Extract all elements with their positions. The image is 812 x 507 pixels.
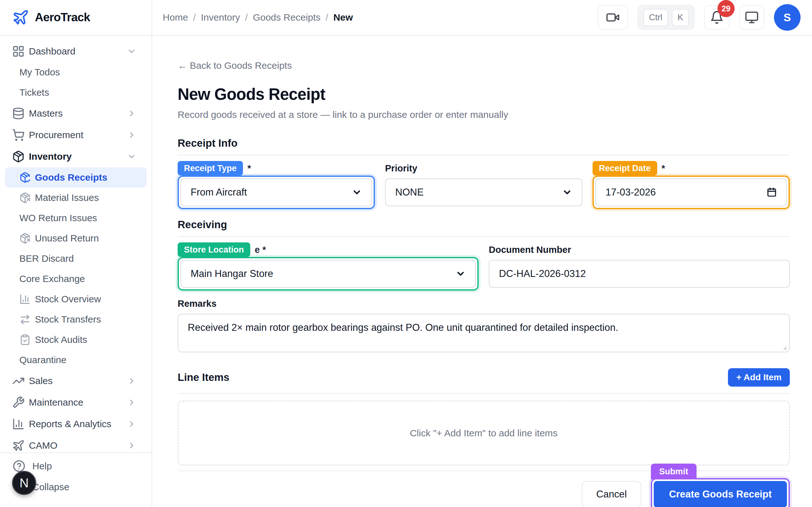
sidebar-item-label: My Todos — [19, 67, 60, 78]
sidebar-item-label: Core Exchange — [19, 274, 85, 284]
divider — [177, 155, 790, 155]
receipt-type-select[interactable]: From Aircraft — [181, 178, 372, 206]
chevron-right-icon — [127, 109, 136, 118]
chevron-down-icon — [127, 47, 136, 56]
transfer-icon — [19, 314, 31, 325]
chevron-right-icon — [127, 441, 136, 450]
receipt-type-highlight-ring: From Aircraft — [177, 176, 375, 209]
sidebar-nav: DashboardMy TodosTicketsMastersProcureme… — [0, 36, 152, 452]
sidebar-item-ber-discard[interactable]: BER Discard — [5, 248, 147, 269]
resize-grip-icon[interactable] — [779, 342, 787, 350]
store-location-select[interactable]: Main Hangar Store — [181, 260, 476, 288]
back-link[interactable]: ← Back to Goods Receipts — [177, 60, 292, 71]
page-title: New Goods Receipt — [177, 85, 790, 104]
line-items-empty-panel: Click "+ Add Item" to add line items — [177, 400, 790, 465]
sidebar-item-stock-transfers[interactable]: Stock Transfers — [5, 309, 147, 330]
sidebar-item-tickets[interactable]: Tickets — [5, 82, 147, 103]
receipt-date-value: 17-03-2026 — [606, 187, 767, 198]
sidebar-item-reports-analytics[interactable]: Reports & Analytics — [5, 413, 147, 435]
dev-tools-badge[interactable]: N — [12, 471, 36, 495]
line-items-empty-text: Click "+ Add Item" to add line items — [410, 428, 558, 439]
sidebar-item-unused-return[interactable]: Unused Return — [5, 228, 147, 248]
sidebar-item-camo[interactable]: CAMO — [5, 435, 147, 452]
create-goods-receipt-button[interactable]: Create Goods Receipt — [654, 481, 787, 507]
sidebar-item-label: Reports & Analytics — [29, 418, 111, 429]
breadcrumb-goods-receipts[interactable]: Goods Receipts — [253, 12, 320, 23]
package-check-icon — [19, 172, 31, 183]
calendar-icon[interactable] — [767, 187, 777, 198]
field-priority: Priority NONE — [385, 161, 582, 209]
sidebar-item-label: Inventory — [29, 151, 72, 162]
sidebar-item-stock-overview[interactable]: Stock Overview — [5, 289, 147, 309]
chevron-right-icon — [127, 130, 136, 140]
divider — [177, 393, 790, 394]
document-number-value: DC-HAL-2026-0312 — [499, 268, 780, 279]
notification-count-badge: 29 — [717, 0, 734, 17]
page-subtitle: Record goods received at a store — link … — [177, 109, 790, 120]
priority-select[interactable]: NONE — [385, 178, 582, 206]
cart-icon — [12, 129, 25, 141]
help-label: Help — [32, 461, 52, 471]
section-line-items: Line Items — [177, 372, 229, 383]
breadcrumb-current: New — [334, 12, 353, 23]
sidebar-item-label: Sales — [29, 376, 53, 386]
form-footer: Cancel Submit Create Goods Receipt — [177, 470, 790, 507]
user-avatar[interactable]: S — [774, 4, 801, 31]
chevron-down-icon — [127, 152, 136, 161]
topbar: AeroTrack Home / Inventory / Goods Recei… — [0, 0, 812, 36]
priority-value: NONE — [395, 187, 562, 198]
k-keycap: K — [672, 9, 689, 26]
submit-highlight-badge: Submit — [651, 464, 697, 480]
receipt-type-highlight-badge: Receipt Type — [177, 161, 243, 176]
grid-icon — [12, 45, 25, 58]
ctrl-keycap: Ctrl — [643, 9, 668, 26]
sidebar-item-my-todos[interactable]: My Todos — [5, 62, 147, 82]
sidebar-item-label: Material Issues — [35, 192, 99, 203]
sidebar-item-material-issues[interactable]: Material Issues — [5, 187, 147, 208]
sidebar-item-maintenance[interactable]: Maintenance — [5, 392, 147, 413]
chevron-right-icon — [127, 398, 136, 407]
breadcrumb-home[interactable]: Home — [163, 12, 188, 23]
sidebar-item-dashboard[interactable]: Dashboard — [5, 41, 147, 62]
priority-label: Priority — [385, 163, 417, 174]
plane-logo-icon — [12, 9, 29, 26]
document-number-input[interactable]: DC-HAL-2026-0312 — [489, 260, 790, 288]
main-content: ← Back to Goods Receipts New Goods Recei… — [152, 36, 812, 507]
topbar-actions: Ctrl K 29 S — [598, 4, 801, 31]
breadcrumb-separator: / — [245, 12, 248, 23]
receipt-type-value: From Aircraft — [191, 187, 352, 198]
breadcrumb-separator: / — [326, 12, 328, 23]
package-x-icon — [19, 192, 31, 204]
field-store-location: Store Location e * Main Hangar Store — [177, 242, 478, 291]
database-icon — [12, 107, 25, 120]
app-brand[interactable]: AeroTrack — [0, 0, 152, 35]
required-asterisk: * — [247, 163, 251, 174]
command-palette-shortcut[interactable]: Ctrl K — [638, 5, 695, 30]
clipboard-icon — [19, 334, 31, 345]
package-x-icon — [19, 233, 31, 244]
receipt-date-input[interactable]: 17-03-2026 — [595, 178, 787, 206]
sidebar-item-quarantine[interactable]: Quarantine — [5, 350, 147, 370]
sidebar-item-procurement[interactable]: Procurement — [5, 124, 147, 146]
sidebar-item-sales[interactable]: Sales — [5, 370, 147, 392]
remarks-textarea[interactable]: Received 2× main rotor gearbox bearings … — [177, 314, 790, 352]
notifications-button[interactable]: 29 — [704, 5, 729, 30]
sidebar-item-core-exchange[interactable]: Core Exchange — [5, 269, 147, 289]
sidebar-item-masters[interactable]: Masters — [5, 103, 147, 124]
breadcrumb-inventory[interactable]: Inventory — [201, 12, 240, 23]
app-name: AeroTrack — [35, 11, 90, 24]
display-mode-button[interactable] — [739, 5, 764, 30]
sidebar-item-goods-receipts[interactable]: Goods Receipts — [5, 167, 147, 187]
cancel-button[interactable]: Cancel — [582, 481, 642, 507]
sidebar-item-label: Maintenance — [29, 397, 84, 408]
sidebar-item-inventory[interactable]: Inventory — [5, 146, 147, 167]
receipt-date-highlight-ring: 17-03-2026 — [593, 176, 790, 209]
sidebar-item-label: Masters — [29, 108, 63, 119]
sidebar-item-stock-audits[interactable]: Stock Audits — [5, 330, 147, 350]
chevron-right-icon — [127, 419, 136, 429]
document-number-label: Document Number — [489, 245, 571, 255]
sidebar-item-wo-return-issues[interactable]: WO Return Issues — [5, 208, 147, 228]
add-item-button[interactable]: + Add Item — [728, 368, 790, 387]
screen-record-button[interactable] — [598, 5, 628, 30]
chart-icon — [12, 418, 25, 430]
